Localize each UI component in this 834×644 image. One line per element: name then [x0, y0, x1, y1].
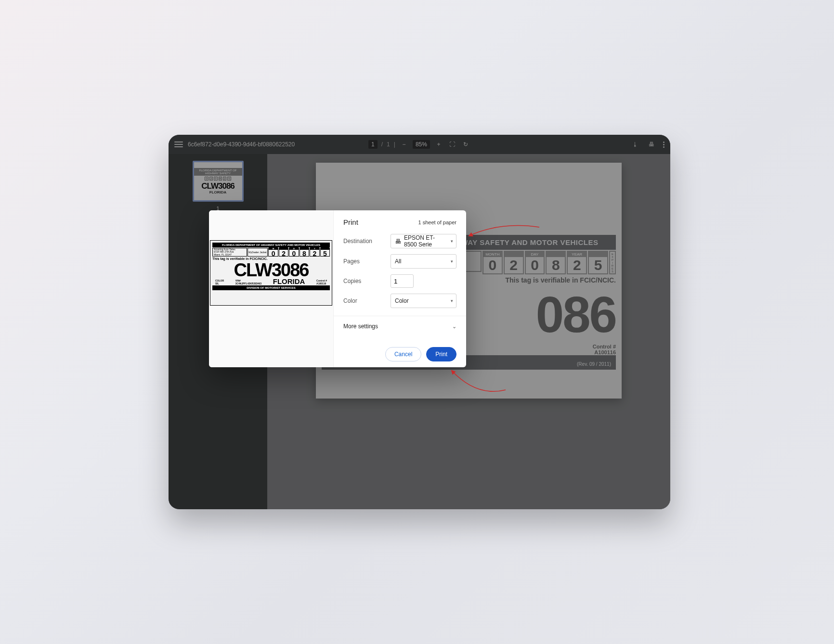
page-current-input[interactable]: 1	[368, 140, 378, 149]
printer-icon: 🖶	[395, 238, 401, 245]
color-label: Color	[343, 297, 391, 304]
document-title: 6c6ef872-d0e9-4390-9d46-bf0880622520	[188, 141, 295, 148]
page-thumbnail-1[interactable]: FLORIDA DEPARTMENT OF HIGHWAY SAFETY 020…	[193, 161, 244, 202]
page-sep: /	[381, 141, 383, 148]
copies-label: Copies	[343, 278, 391, 284]
destination-label: Destination	[343, 238, 391, 245]
download-icon[interactable]: ⭳	[630, 140, 640, 149]
more-settings-toggle[interactable]: More settings ⌄	[343, 321, 456, 334]
chevron-down-icon: ⌄	[452, 323, 456, 330]
zoom-in-button[interactable]: +	[434, 140, 443, 149]
expires-label: EXPIRES	[609, 251, 616, 274]
sheet-summary: 1 sheet of paper	[418, 219, 456, 225]
pages-select[interactable]: All	[391, 254, 456, 269]
print-button[interactable]: Print	[426, 347, 456, 361]
print-dialog: FLORIDA DEPARTMENT OF HIGHWAY SAFETY AND…	[209, 210, 466, 367]
more-icon[interactable]	[663, 142, 665, 148]
print-preview-pane: FLORIDA DEPARTMENT OF HIGHWAY SAFETY AND…	[209, 210, 334, 367]
control-value: A100116	[593, 349, 616, 355]
copies-input[interactable]	[391, 274, 414, 288]
doc-rev: (Rev. 09 / 2011)	[577, 361, 611, 367]
zoom-level[interactable]: 85%	[413, 140, 430, 149]
destination-select[interactable]: 🖶 EPSON ET-8500 Serie	[391, 234, 456, 248]
menu-icon[interactable]	[174, 142, 183, 147]
cancel-button[interactable]: Cancel	[385, 347, 421, 361]
rotate-icon[interactable]: ↻	[461, 140, 470, 149]
fit-page-icon[interactable]: ⛶	[447, 140, 457, 149]
color-select[interactable]: Color	[391, 294, 456, 308]
control-label: Control #	[593, 344, 616, 349]
pages-label: Pages	[343, 258, 391, 265]
page-total: 1	[387, 141, 390, 148]
pdf-toolbar: 6c6ef872-d0e9-4390-9d46-bf0880622520 1 /…	[169, 135, 670, 154]
print-preview: FLORIDA DEPARTMENT OF HIGHWAY SAFETY AND…	[210, 240, 332, 306]
print-icon[interactable]: 🖶	[647, 140, 656, 149]
zoom-out-button[interactable]: −	[399, 140, 409, 149]
dialog-title: Print	[343, 218, 358, 226]
